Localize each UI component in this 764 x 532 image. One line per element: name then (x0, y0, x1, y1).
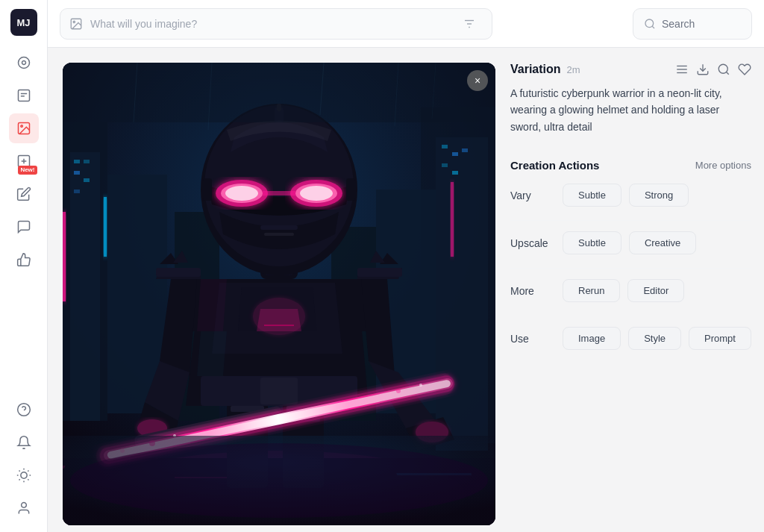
imagine-search-box[interactable]: What will you imagine? (60, 8, 492, 40)
svg-point-101 (419, 384, 422, 387)
image-description: A futuristic cyberpunk warrior in a neon… (510, 85, 751, 135)
vary-strong-button[interactable]: Strong (629, 184, 689, 207)
upscale-creative-button[interactable]: Creative (629, 231, 696, 254)
sidebar-item-new-feature[interactable]: New! (9, 146, 39, 176)
svg-line-16 (28, 479, 28, 480)
svg-point-1 (22, 61, 25, 65)
filter-button[interactable] (456, 10, 483, 37)
image-icon (69, 17, 83, 31)
more-row: More Rerun Editor (510, 279, 751, 302)
rerun-button[interactable]: Rerun (563, 279, 620, 302)
svg-point-80 (225, 186, 258, 201)
svg-point-27 (645, 19, 654, 28)
variation-title: Variation (510, 63, 561, 76)
svg-rect-35 (84, 178, 90, 182)
warrior-svg (63, 63, 495, 525)
search-label: Search (662, 18, 695, 30)
vary-row: Vary Subtle Strong (510, 184, 751, 207)
svg-rect-32 (74, 160, 80, 163)
svg-rect-45 (452, 171, 458, 175)
favorite-icon[interactable] (738, 63, 751, 76)
sidebar-item-explore[interactable] (9, 48, 39, 78)
svg-line-28 (652, 26, 654, 28)
svg-rect-38 (104, 197, 107, 257)
svg-rect-40 (436, 137, 488, 451)
svg-rect-41 (442, 145, 448, 148)
info-header: Variation 2m (510, 63, 751, 76)
menu-icon[interactable] (675, 63, 689, 76)
svg-rect-36 (74, 190, 80, 193)
sidebar: MJ New! (0, 0, 48, 532)
divider-3 (510, 316, 751, 316)
sidebar-item-rate[interactable] (9, 81, 39, 110)
creation-actions-title: Creation Actions (510, 159, 599, 172)
sidebar-item-settings[interactable] (9, 460, 39, 490)
svg-rect-65 (260, 378, 298, 404)
sidebar-item-notifications[interactable] (9, 428, 39, 457)
svg-rect-84 (263, 191, 295, 195)
magnify-icon[interactable] (717, 63, 730, 76)
divider-2 (510, 268, 751, 269)
use-row: Use Image Style Prompt (510, 327, 751, 350)
sidebar-item-help[interactable] (9, 395, 39, 425)
upscale-label: Upscale (510, 237, 555, 249)
vary-subtle-button[interactable]: Subtle (563, 184, 621, 207)
use-image-button[interactable]: Image (563, 327, 621, 350)
vary-label: Vary (510, 190, 555, 201)
svg-rect-85 (260, 225, 298, 230)
search-icon (644, 18, 656, 30)
svg-rect-37 (63, 212, 66, 301)
svg-rect-2 (18, 90, 29, 101)
svg-point-114 (718, 64, 727, 73)
info-actions (675, 63, 751, 76)
svg-rect-43 (442, 163, 448, 167)
svg-line-15 (19, 471, 19, 472)
svg-rect-33 (84, 160, 90, 163)
svg-rect-104 (63, 63, 495, 122)
svg-point-83 (300, 186, 333, 201)
svg-point-12 (20, 472, 26, 478)
svg-point-103 (70, 443, 488, 518)
svg-rect-46 (451, 182, 454, 257)
image-panel: × (63, 63, 495, 525)
svg-point-10 (17, 404, 30, 416)
use-prompt-button[interactable]: Prompt (689, 327, 751, 350)
svg-line-19 (19, 479, 19, 480)
svg-rect-44 (462, 148, 468, 152)
svg-point-21 (21, 503, 26, 508)
svg-line-115 (726, 72, 728, 74)
divider-1 (510, 220, 751, 221)
svg-rect-69 (357, 268, 402, 277)
svg-point-23 (73, 21, 75, 22)
svg-point-0 (18, 57, 29, 69)
svg-line-20 (28, 471, 28, 472)
new-badge: New! (18, 166, 37, 175)
time-stamp: 2m (567, 64, 580, 75)
svg-rect-34 (74, 171, 80, 175)
sidebar-item-like[interactable] (9, 245, 39, 275)
right-panel: Variation 2m (510, 63, 751, 517)
use-label: Use (510, 333, 555, 345)
upscale-subtle-button[interactable]: Subtle (563, 231, 621, 254)
generated-image[interactable] (63, 63, 495, 525)
sidebar-bottom (9, 395, 39, 523)
more-label: More (510, 285, 555, 297)
sidebar-item-images[interactable] (9, 113, 39, 143)
use-style-button[interactable]: Style (628, 327, 681, 350)
top-search-box[interactable]: Search (633, 8, 752, 40)
upscale-row: Upscale Subtle Creative (510, 231, 751, 254)
sidebar-logo[interactable]: MJ (10, 9, 37, 36)
content-area: × (48, 48, 764, 532)
sidebar-item-feedback[interactable] (9, 212, 39, 242)
close-button[interactable]: × (467, 70, 488, 91)
sidebar-item-edit[interactable] (9, 179, 39, 209)
more-options-link[interactable]: More options (695, 160, 751, 171)
imagine-placeholder: What will you imagine? (90, 18, 448, 30)
topbar: What will you imagine? Search (48, 0, 764, 48)
editor-button[interactable]: Editor (627, 279, 684, 302)
svg-rect-90 (346, 178, 355, 201)
svg-rect-86 (264, 233, 294, 236)
svg-point-100 (396, 389, 401, 393)
sidebar-item-profile[interactable] (9, 493, 39, 523)
download-icon[interactable] (696, 63, 710, 76)
